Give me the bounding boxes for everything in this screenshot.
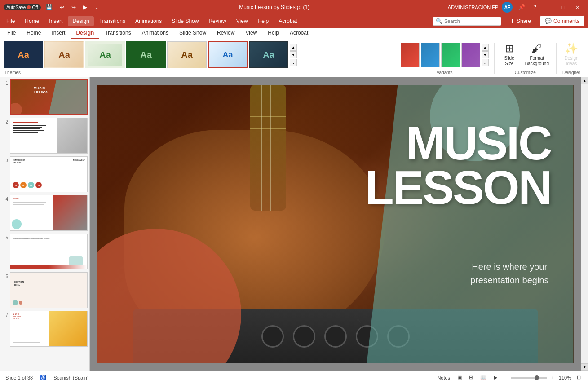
variants-scroll-down[interactable]: ▼ xyxy=(482,51,489,58)
tab-file[interactable]: File xyxy=(2,28,21,39)
ribbon-tab-list: FileHomeInsertDesignTransitionsAnimation… xyxy=(2,28,314,39)
themes-scroll-down[interactable]: ▼ xyxy=(290,51,297,58)
right-scrollbar[interactable]: ▲ ▼ xyxy=(581,77,588,371)
view-reading-button[interactable]: 📖 xyxy=(478,374,488,381)
tab-acrobat[interactable]: Acrobat xyxy=(284,28,314,39)
close-button[interactable]: ✕ xyxy=(571,3,584,12)
tab-review[interactable]: Review xyxy=(212,28,240,39)
slide-item-4[interactable]: 4 VENUS xyxy=(2,195,88,231)
slide-item-1[interactable]: 1 MUSICLESSON xyxy=(2,79,88,115)
slide-thumb-7[interactable]: WHAT ISTHIS TOPICABOUT? xyxy=(10,311,88,347)
theme-0[interactable]: Aa xyxy=(4,41,43,68)
slide-item-7[interactable]: 7 WHAT ISTHIS TOPICABOUT? xyxy=(2,311,88,347)
slide-size-button[interactable]: ⊞ Slide Size xyxy=(498,41,521,68)
fit-slide-button[interactable]: ⊡ xyxy=(575,374,583,381)
view-normal-button[interactable]: ▣ xyxy=(455,374,464,381)
slide-item-3[interactable]: 3 FEATURES OFTHE TOPIC ASSIGNMENT 01 02 … xyxy=(2,156,88,192)
variants-list: ▲ ▼ ⌄ xyxy=(401,40,489,69)
notes-button[interactable]: Notes xyxy=(435,374,452,381)
save-button[interactable]: 💾 xyxy=(44,3,55,11)
share-button[interactable]: ⬆ Share xyxy=(504,16,537,26)
slide-thumb-6[interactable]: SECTIONTITLE xyxy=(10,272,88,308)
variant-4[interactable] xyxy=(461,43,480,67)
format-background-button[interactable]: 🖌 Format Background xyxy=(522,41,553,68)
search-box[interactable]: 🔍 xyxy=(433,17,501,26)
themes-label: Themes xyxy=(4,69,393,77)
slide-item-6[interactable]: 6 SECTIONTITLE xyxy=(2,272,88,308)
themes-scroll-more[interactable]: ⌄ xyxy=(290,59,297,66)
view-slideshow-button[interactable]: ▶ xyxy=(492,374,499,381)
menu-item-transitions[interactable]: Transitions xyxy=(95,16,130,26)
menu-item-insert[interactable]: Insert xyxy=(44,16,67,26)
tab-slide-show[interactable]: Slide Show xyxy=(174,28,212,39)
slide-thumb-3[interactable]: FEATURES OFTHE TOPIC ASSIGNMENT 01 02 03… xyxy=(10,156,88,192)
theme-2[interactable]: Aa xyxy=(85,41,125,68)
accessibility-button[interactable]: ♿ xyxy=(38,374,48,381)
more-tools-button[interactable]: ⌄ xyxy=(92,3,101,11)
themes-scroll: ▲ ▼ ⌄ xyxy=(290,44,297,66)
tab-help[interactable]: Help xyxy=(262,28,284,39)
menu-item-design[interactable]: Design xyxy=(68,16,93,26)
slide-item-2[interactable]: 2 xyxy=(2,118,88,154)
theme-5[interactable]: Aa xyxy=(208,41,248,68)
slide-thumb-4[interactable]: VENUS xyxy=(10,195,88,231)
comments-button[interactable]: 💬 Comments xyxy=(540,15,584,27)
variant-2[interactable] xyxy=(421,43,440,67)
variants-scroll-up[interactable]: ▲ xyxy=(482,44,489,51)
menu-item-view[interactable]: View xyxy=(232,16,252,26)
variants-scroll-more[interactable]: ⌄ xyxy=(482,59,489,66)
menu-item-home[interactable]: Home xyxy=(20,16,44,26)
tab-insert[interactable]: Insert xyxy=(46,28,71,39)
scroll-down-arrow[interactable]: ▼ xyxy=(581,363,588,371)
themes-scroll-up[interactable]: ▲ xyxy=(290,44,297,51)
tab-view[interactable]: View xyxy=(240,28,262,39)
scroll-up-arrow[interactable]: ▲ xyxy=(581,77,588,84)
design-ideas-label: Design Ideas xyxy=(564,56,578,66)
slide-thumb-1[interactable]: MUSICLESSON xyxy=(10,79,88,115)
variant-1[interactable] xyxy=(401,43,420,67)
tab-home[interactable]: Home xyxy=(21,28,46,39)
customize-buttons: ⊞ Slide Size 🖌 Format Background xyxy=(498,40,553,69)
user-avatar[interactable]: AF xyxy=(502,2,513,13)
tab-design[interactable]: Design xyxy=(71,28,99,39)
slide-size-label: Slide Size xyxy=(504,56,514,66)
designer-label: Designer xyxy=(562,69,580,77)
theme-1[interactable]: Aa xyxy=(44,41,84,68)
menu-item-help[interactable]: Help xyxy=(253,16,274,26)
help-button[interactable]: ? xyxy=(531,3,539,11)
menu-item-slide-show[interactable]: Slide Show xyxy=(167,16,203,26)
tab-transitions[interactable]: Transitions xyxy=(99,28,136,39)
customize-group: ⊞ Slide Size 🖌 Format Background Customi… xyxy=(496,40,554,77)
statusbar: Slide 1 of 38 ♿ Spanish (Spain) Notes ▣ … xyxy=(0,371,588,384)
zoom-slider[interactable] xyxy=(511,377,547,379)
slide-number-4: 4 xyxy=(2,195,8,202)
undo-button[interactable]: ↩ xyxy=(57,3,66,11)
autosave-badge[interactable]: AutoSave Off xyxy=(4,4,41,10)
zoom-out-button[interactable]: − xyxy=(503,374,509,381)
design-ideas-button[interactable]: ✨ Design Ideas xyxy=(560,41,583,68)
redo-button[interactable]: ↪ xyxy=(69,3,78,11)
theme-6[interactable]: Aa xyxy=(249,41,288,68)
autosave-state: Off xyxy=(32,5,38,10)
ribbon-tabs: FileHomeInsertDesignTransitionsAnimation… xyxy=(0,28,588,39)
slide-thumb-5[interactable]: "You can use this kind of subtitle to de… xyxy=(10,234,88,269)
zoom-in-button[interactable]: + xyxy=(549,374,555,381)
variant-3[interactable] xyxy=(441,43,460,67)
slide-thumb-2[interactable] xyxy=(10,118,88,154)
tab-animations[interactable]: Animations xyxy=(137,28,174,39)
theme-3[interactable]: Aa xyxy=(126,41,166,68)
minimize-button[interactable]: — xyxy=(542,3,556,12)
menu-item-acrobat[interactable]: Acrobat xyxy=(274,16,301,26)
slide-panel[interactable]: 1 MUSICLESSON 2 xyxy=(0,77,90,371)
maximize-button[interactable]: □ xyxy=(557,3,570,12)
zoom-thumb[interactable] xyxy=(535,375,539,380)
slide-item-5[interactable]: 5 "You can use this kind of subtitle to … xyxy=(2,234,88,269)
menu-item-review[interactable]: Review xyxy=(204,16,230,26)
present-button[interactable]: ▶ xyxy=(81,3,89,11)
theme-4[interactable]: Aa xyxy=(167,41,207,68)
view-slide-sorter-button[interactable]: ⊞ xyxy=(467,374,475,381)
menu-item-file[interactable]: File xyxy=(2,16,19,26)
search-input[interactable] xyxy=(444,18,498,24)
ribbon-pin-button[interactable]: 📌 xyxy=(516,3,527,11)
menu-item-animations[interactable]: Animations xyxy=(131,16,166,26)
